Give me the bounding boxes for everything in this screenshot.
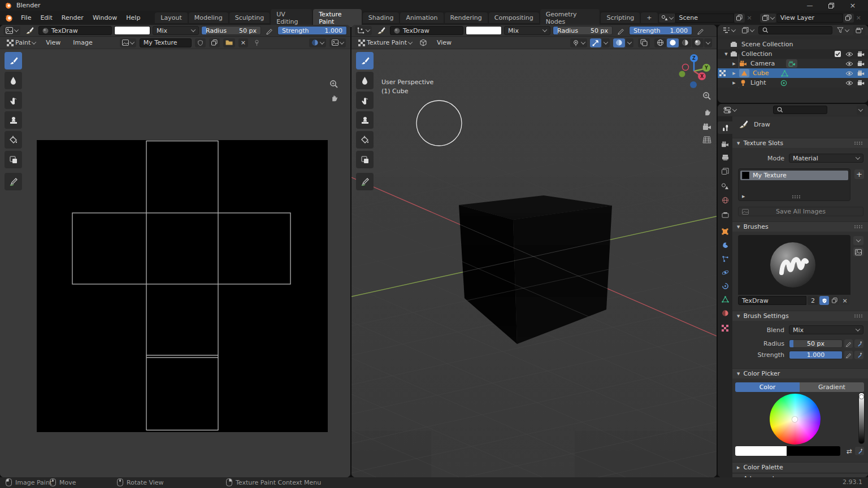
menu-help[interactable]: Help: [121, 14, 145, 21]
tab-output[interactable]: [718, 151, 732, 164]
restore-button[interactable]: [821, 0, 842, 11]
pan-hand-icon[interactable]: [702, 107, 712, 117]
tool-smear[interactable]: [356, 91, 374, 109]
color-wheel[interactable]: [770, 394, 821, 445]
tab-texture-paint[interactable]: Texture Paint: [313, 9, 362, 27]
list-expand-caret[interactable]: ▶: [742, 194, 745, 199]
strength-pressure-toggle[interactable]: [844, 351, 853, 359]
panel-texture-slots-header[interactable]: ▼ Texture Slots: [732, 138, 868, 148]
tool-fill[interactable]: [5, 131, 22, 149]
strength-slider[interactable]: Strength1.000: [277, 26, 347, 35]
brush-custom-icon-button[interactable]: [853, 247, 863, 256]
outliner-row-camera[interactable]: ▶ Camera: [718, 59, 868, 68]
scene-unlink-button[interactable]: ×: [745, 14, 754, 23]
strength-pressure-icon[interactable]: [695, 26, 706, 35]
tool-clone[interactable]: [356, 111, 374, 129]
strength-slider[interactable]: 1.000: [789, 351, 843, 359]
brush-preview-box[interactable]: [738, 235, 850, 295]
panel-color-picker-header[interactable]: ▼ Color Picker: [732, 368, 868, 378]
hide-eye-icon[interactable]: [845, 61, 853, 67]
list-grip-icon[interactable]: [792, 195, 800, 199]
panel-color-palette-header[interactable]: ▶ Color Palette: [732, 462, 868, 472]
gizmos-toggle[interactable]: [590, 38, 601, 47]
tool-soften[interactable]: [5, 72, 22, 89]
view-layer-name-field[interactable]: View Layer: [776, 14, 843, 23]
strength-slider[interactable]: Strength1.000: [629, 26, 692, 35]
tab-shading[interactable]: Shading: [363, 12, 400, 23]
disable-render-icon[interactable]: [857, 60, 865, 67]
tab-sculpting[interactable]: Sculpting: [229, 12, 270, 23]
tab-render[interactable]: [718, 138, 732, 150]
pan-hand-icon[interactable]: [329, 93, 339, 103]
tool-annotate[interactable]: [5, 173, 22, 190]
swap-colors-button[interactable]: ⇄: [845, 447, 854, 456]
panel-grip-icon[interactable]: [854, 225, 862, 229]
save-all-images-button[interactable]: Save All Images: [738, 207, 863, 216]
panel-grip-icon[interactable]: [854, 314, 862, 318]
tab-object[interactable]: [718, 225, 732, 238]
open-image-button[interactable]: [223, 38, 235, 47]
menu-view[interactable]: View: [41, 39, 65, 46]
gizmos-dropdown[interactable]: [602, 38, 610, 47]
outliner-search-input[interactable]: [758, 26, 832, 34]
tool-fill[interactable]: [356, 131, 374, 149]
menu-file[interactable]: File: [16, 14, 36, 21]
editor-type-button[interactable]: [355, 26, 372, 35]
scene-copy-button[interactable]: [734, 14, 745, 23]
properties-editor-type-button[interactable]: [721, 106, 739, 115]
overlays-toggle[interactable]: [613, 38, 625, 47]
tab-layout[interactable]: Layout: [155, 12, 187, 23]
tab-object-data[interactable]: [718, 293, 732, 306]
viewport-body[interactable]: Z Y X User Perspective (1) Cube: [351, 50, 717, 477]
disable-render-icon[interactable]: [857, 70, 865, 76]
paint-mode-dropdown[interactable]: Paint: [5, 38, 38, 47]
scene-browse-button[interactable]: [659, 14, 675, 23]
menu-image[interactable]: Image: [68, 39, 97, 46]
properties-options-dropdown[interactable]: [857, 106, 865, 115]
tool-draw[interactable]: [356, 52, 374, 69]
brush-users-count[interactable]: 2: [808, 296, 818, 305]
copy-brush-button[interactable]: [830, 296, 839, 305]
blend-mode-dropdown[interactable]: Mix: [504, 26, 550, 35]
properties-search-input[interactable]: [773, 106, 827, 114]
add-texture-slot-button[interactable]: +: [854, 169, 864, 179]
unlink-brush-button[interactable]: ×: [840, 296, 849, 305]
brush-selector[interactable]: TexDraw: [390, 26, 463, 35]
new-collection-button[interactable]: [853, 26, 865, 35]
disable-render-icon[interactable]: [857, 80, 865, 86]
brush-icon[interactable]: [23, 26, 36, 35]
unified-strength-toggle[interactable]: [854, 351, 863, 359]
blend-dropdown[interactable]: Mix: [789, 325, 863, 334]
panel-advanced-header[interactable]: ▶ Advanced: [732, 473, 868, 477]
image-browse-button[interactable]: [120, 38, 136, 47]
tab-scene[interactable]: [718, 180, 732, 193]
outliner-row-scene-collection[interactable]: Scene Collection: [718, 40, 868, 49]
mode-dropdown[interactable]: Material: [789, 154, 863, 163]
tab-modeling[interactable]: Modeling: [189, 12, 228, 23]
tool-mask[interactable]: [5, 151, 22, 168]
tab-collection[interactable]: [718, 208, 732, 221]
tab-compositing[interactable]: Compositing: [489, 12, 539, 23]
image-editor-body[interactable]: [0, 50, 350, 477]
view-layer-copy-button[interactable]: [843, 14, 854, 23]
xray-toggle[interactable]: [638, 38, 650, 47]
tool-soften[interactable]: [356, 72, 374, 89]
tab-particles[interactable]: [718, 252, 732, 265]
tool-draw[interactable]: [5, 52, 22, 69]
image-name-field[interactable]: My Texture: [140, 38, 192, 47]
outliner-filter-button[interactable]: [835, 26, 851, 35]
fake-user-toggle[interactable]: [819, 296, 829, 305]
brush-name-field[interactable]: TexDraw: [738, 296, 806, 305]
unified-radius-toggle[interactable]: [854, 339, 863, 348]
menu-edit[interactable]: Edit: [36, 14, 57, 21]
collection-checkbox[interactable]: [835, 51, 841, 57]
tab-physics[interactable]: [718, 266, 732, 278]
copy-datablock-button[interactable]: [209, 38, 220, 47]
expand-caret-icon[interactable]: ▶: [730, 71, 738, 76]
tool-smear[interactable]: [5, 91, 22, 109]
outliner-row-light[interactable]: ▶ Light: [718, 78, 868, 88]
close-button[interactable]: ×: [842, 0, 863, 11]
tab-constraints[interactable]: [718, 280, 732, 292]
outliner-filter-id-dropdown[interactable]: [740, 26, 756, 35]
editor-type-button[interactable]: [3, 26, 20, 35]
